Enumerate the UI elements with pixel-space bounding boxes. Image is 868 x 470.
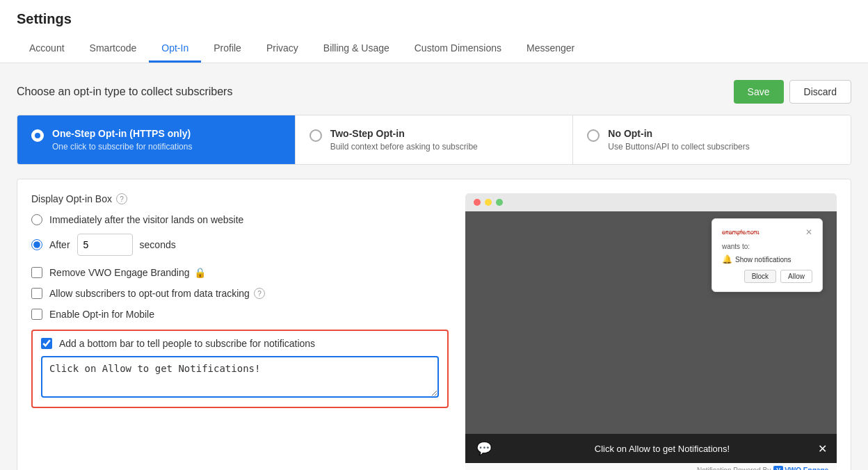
bottom-bar-notification-icon: 💬: [476, 441, 492, 456]
btn-group: Save Discard: [734, 80, 851, 104]
card-content-two-step: Two-Step Opt-in Build context before ask…: [330, 128, 478, 152]
display-optin-help-icon[interactable]: ?: [116, 193, 127, 204]
page-wrapper: Settings Account Smartcode Opt-In Profil…: [0, 0, 868, 470]
notif-bell-icon: 🔔: [722, 254, 732, 264]
enable-mobile-row: Enable Opt-in for Mobile: [31, 309, 449, 320]
card-desc-one-step: One click to subscribe for notifications: [52, 142, 192, 152]
nav-tabs: Account Smartcode Opt-In Profile Privacy…: [17, 35, 851, 63]
preview-browser: example.com ✕ wants to: 🔔 Show notificat…: [465, 211, 837, 434]
page-title: Settings: [17, 11, 851, 27]
allow-optout-label: Allow subscribers to opt-out from data t…: [49, 288, 265, 299]
radio-one-step: [31, 129, 44, 142]
seconds-input[interactable]: [77, 234, 133, 256]
optin-cards: One-Step Opt-in (HTTPS only) One click t…: [17, 115, 851, 165]
radio-after[interactable]: [31, 239, 42, 250]
tab-messenger[interactable]: Messenger: [514, 35, 587, 63]
notif-header: example.com ✕: [722, 227, 812, 237]
dot-red: [474, 199, 481, 206]
remove-branding-row: Remove VWO Engage Branding 🔒: [31, 267, 449, 278]
optin-card-two-step[interactable]: Two-Step Opt-in Build context before ask…: [296, 115, 574, 164]
allow-optout-row: Allow subscribers to opt-out from data t…: [31, 288, 449, 299]
notif-bell-row: 🔔 Show notifications: [722, 254, 812, 264]
seconds-label: seconds: [140, 239, 176, 250]
settings-right: example.com ✕ wants to: 🔔 Show notificat…: [465, 193, 837, 470]
radio-immediately[interactable]: [31, 214, 42, 225]
bottom-bar-label: Add a bottom bar to tell people to subsc…: [59, 338, 315, 349]
enable-mobile-checkbox[interactable]: [31, 309, 42, 320]
notif-url: example.com: [722, 229, 760, 236]
header: Settings Account Smartcode Opt-In Profil…: [0, 0, 868, 63]
preview-dots: [465, 193, 837, 211]
enable-mobile-label: Enable Opt-in for Mobile: [49, 309, 154, 320]
tab-profile[interactable]: Profile: [201, 35, 254, 63]
notif-block-button[interactable]: Block: [744, 270, 776, 283]
tab-account[interactable]: Account: [17, 35, 77, 63]
powered-by-label: Notification Powered By: [697, 467, 771, 471]
card-content-no-optin: No Opt-in Use Buttons/API to collect sub…: [608, 128, 749, 152]
tab-custom-dimensions[interactable]: Custom Dimensions: [402, 35, 514, 63]
optout-help-icon[interactable]: ?: [254, 288, 265, 299]
tab-optin[interactable]: Opt-In: [149, 35, 201, 63]
dot-green: [496, 199, 503, 206]
brand-vwo-icon: V: [773, 466, 783, 470]
radio-after-row: After seconds: [31, 234, 449, 256]
notif-show-text: Show notifications: [735, 256, 791, 264]
display-optin-label: Display Opt-in Box ?: [31, 193, 449, 204]
notif-buttons: Block Allow: [722, 270, 812, 283]
lock-icon: 🔒: [194, 267, 206, 278]
bottom-bar-row: Add a bottom bar to tell people to subsc…: [41, 338, 439, 349]
brand-name: V VWO Engage: [773, 466, 828, 470]
radio-immediately-row: Immediately after the visitor lands on w…: [31, 214, 449, 225]
card-title-two-step: Two-Step Opt-in: [330, 128, 478, 139]
after-label: After: [49, 239, 70, 250]
optin-card-no-optin[interactable]: No Opt-in Use Buttons/API to collect sub…: [573, 115, 851, 164]
remove-branding-label: Remove VWO Engage Branding 🔒: [49, 267, 206, 278]
section-title: Choose an opt-in type to collect subscri…: [17, 86, 232, 98]
bottom-bar-textarea[interactable]: Click on Allow to get Notifications!: [41, 356, 439, 398]
browser-notification-popup: example.com ✕ wants to: 🔔 Show notificat…: [712, 218, 823, 292]
tab-privacy[interactable]: Privacy: [254, 35, 311, 63]
radio-immediately-label: Immediately after the visitor lands on w…: [49, 214, 243, 225]
bottom-bar-section: Add a bottom bar to tell people to subsc…: [31, 330, 449, 408]
card-desc-two-step: Build context before asking to subscribe: [330, 142, 478, 152]
optin-card-one-step[interactable]: One-Step Opt-in (HTTPS only) One click t…: [17, 115, 296, 164]
preview-wrapper: example.com ✕ wants to: 🔔 Show notificat…: [465, 193, 837, 470]
bottom-bar-checkbox[interactable]: [41, 338, 52, 349]
card-title-one-step: One-Step Opt-in (HTTPS only): [52, 128, 192, 139]
allow-optout-checkbox[interactable]: [31, 288, 42, 299]
after-row: After seconds: [49, 234, 176, 256]
card-desc-no-optin: Use Buttons/API to collect subscribers: [608, 142, 749, 152]
radio-no-optin: [587, 129, 600, 142]
remove-branding-checkbox[interactable]: [31, 267, 42, 278]
section-header-row: Choose an opt-in type to collect subscri…: [17, 80, 851, 104]
card-content-one-step: One-Step Opt-in (HTTPS only) One click t…: [52, 128, 192, 152]
settings-area: Display Opt-in Box ? Immediately after t…: [17, 179, 851, 470]
tab-smartcode[interactable]: Smartcode: [77, 35, 150, 63]
notif-close-icon[interactable]: ✕: [805, 227, 812, 237]
main-content: Choose an opt-in type to collect subscri…: [0, 63, 868, 470]
bottom-bar-preview: 💬 Click on Allow to get Notifications! ✕: [465, 434, 837, 463]
tab-billing[interactable]: Billing & Usage: [311, 35, 402, 63]
radio-two-step: [310, 129, 322, 142]
notif-wants-text: wants to:: [722, 243, 812, 250]
save-button[interactable]: Save: [734, 80, 784, 104]
notif-allow-button[interactable]: Allow: [780, 270, 812, 283]
settings-left: Display Opt-in Box ? Immediately after t…: [31, 193, 449, 470]
discard-button[interactable]: Discard: [789, 80, 851, 104]
card-title-no-optin: No Opt-in: [608, 128, 749, 139]
powered-by-bar: Notification Powered By V VWO Engage: [465, 463, 837, 470]
bottom-bar-preview-text: Click on Allow to get Notifications!: [499, 444, 826, 454]
bottom-bar-close-icon[interactable]: ✕: [818, 442, 827, 455]
dot-yellow: [485, 199, 492, 206]
